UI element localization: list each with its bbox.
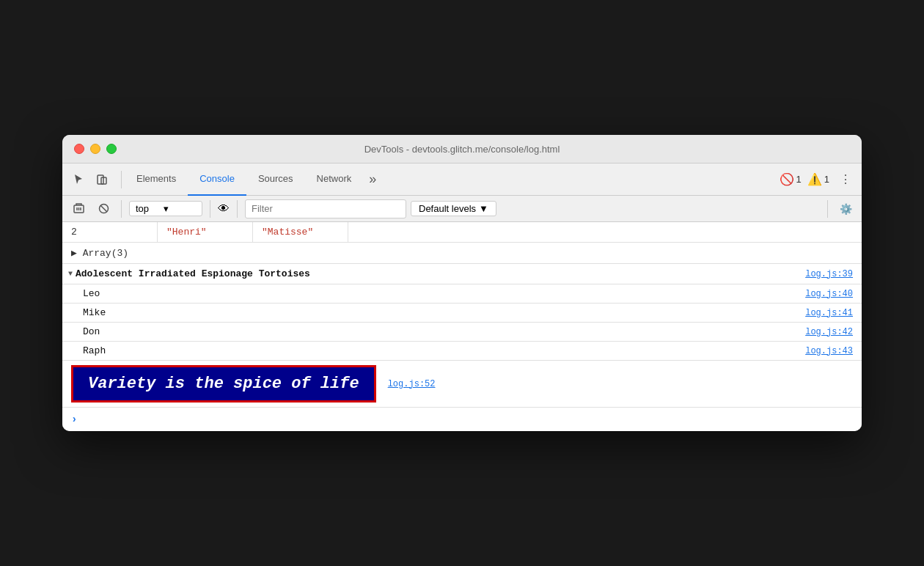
block-icon[interactable] [93, 199, 114, 219]
title-bar: DevTools - devtools.glitch.me/console/lo… [62, 135, 862, 163]
log-item-text-0: Leo [83, 288, 805, 299]
context-arrow: ▾ [164, 203, 169, 214]
maximize-button[interactable] [106, 144, 117, 154]
warn-badge: ⚠️ 1 [807, 172, 829, 186]
console-toolbar-divider3 [237, 200, 238, 218]
tab-console[interactable]: Console [188, 163, 246, 196]
more-options-button[interactable]: ⋮ [835, 169, 856, 190]
log-item-0: Leo log.js:40 [62, 284, 862, 304]
window-title: DevTools - devtools.glitch.me/console/lo… [364, 144, 560, 155]
console-content: 2 "Henri" "Matisse" ▶ Array(3) ▼ Adolesc… [62, 222, 862, 431]
styled-log-row: Variety is the spice of life log.js:52 [62, 361, 862, 408]
settings-gear-button[interactable]: ⚙️ [835, 199, 856, 219]
log-item-link-3[interactable]: log.js:43 [805, 346, 853, 356]
minimize-button[interactable] [90, 144, 100, 154]
svg-line-7 [100, 205, 107, 212]
tab-sources[interactable]: Sources [246, 163, 305, 196]
log-item-link-0[interactable]: log.js:40 [805, 289, 853, 299]
device-icon[interactable] [92, 169, 112, 190]
group-log-link[interactable]: log.js:39 [805, 269, 853, 279]
toolbar-right: 🚫 1 ⚠️ 1 ⋮ [780, 169, 856, 190]
log-item-1: Mike log.js:41 [62, 304, 862, 323]
more-tabs-button[interactable]: » [363, 172, 382, 187]
log-item-link-2[interactable]: log.js:42 [805, 327, 853, 337]
array-row[interactable]: ▶ Array(3) [62, 243, 862, 264]
table-cell-col1: "Henri" [158, 222, 253, 242]
devtools-window: DevTools - devtools.glitch.me/console/lo… [62, 135, 862, 431]
console-prompt[interactable]: › [62, 408, 862, 431]
toolbar-icons [68, 169, 112, 190]
console-toolbar: top ▾ 👁 Default levels ▼ ⚙️ [62, 196, 862, 222]
prompt-chevron-icon: › [71, 414, 77, 425]
context-selector[interactable]: top ▾ [129, 201, 202, 216]
table-cell-index: 2 [62, 222, 158, 242]
log-item-text-2: Don [83, 326, 805, 337]
close-button[interactable] [74, 144, 84, 154]
log-item-link-1[interactable]: log.js:41 [805, 308, 853, 318]
console-toolbar-divider2 [210, 200, 210, 218]
log-item-text-1: Mike [83, 307, 805, 318]
array-label: ▶ Array(3) [71, 247, 128, 259]
cursor-icon[interactable] [68, 169, 89, 190]
error-icon: 🚫 [780, 172, 794, 186]
levels-label: Default levels [419, 203, 476, 214]
tab-elements[interactable]: Elements [125, 163, 188, 196]
devtools-toolbar: Elements Console Sources Network » 🚫 1 ⚠… [62, 163, 862, 196]
styled-log-link[interactable]: log.js:52 [388, 379, 436, 389]
group-header[interactable]: ▼ Adolescent Irradiated Espionage Tortoi… [62, 264, 862, 284]
toolbar-divider [121, 171, 122, 188]
log-item-3: Raph log.js:43 [62, 342, 862, 361]
traffic-lights [74, 144, 117, 154]
error-count: 1 [796, 174, 802, 185]
log-item-text-3: Raph [83, 345, 805, 356]
warn-icon: ⚠️ [807, 172, 822, 186]
console-settings-divider [827, 200, 828, 218]
styled-log-text: Variety is the spice of life [71, 365, 376, 403]
tab-network[interactable]: Network [305, 163, 364, 196]
levels-arrow: ▼ [479, 203, 488, 214]
levels-dropdown[interactable]: Default levels ▼ [411, 201, 496, 216]
error-badge: 🚫 1 [780, 172, 802, 186]
tabs-container: Elements Console Sources Network » [125, 163, 382, 195]
log-item-2: Don log.js:42 [62, 323, 862, 342]
context-value: top [136, 203, 149, 214]
warn-count: 1 [824, 174, 829, 185]
svg-rect-0 [98, 175, 103, 184]
group-label: Adolescent Irradiated Espionage Tortoise… [76, 268, 310, 279]
table-row: 2 "Henri" "Matisse" [62, 222, 862, 243]
eye-icon[interactable]: 👁 [218, 202, 230, 216]
table-cell-empty [348, 222, 862, 242]
group-triangle-icon: ▼ [68, 270, 73, 278]
table-cell-col2: "Matisse" [253, 222, 348, 242]
filter-input[interactable] [245, 199, 406, 218]
clear-console-button[interactable] [68, 199, 89, 219]
console-toolbar-divider [121, 200, 122, 218]
